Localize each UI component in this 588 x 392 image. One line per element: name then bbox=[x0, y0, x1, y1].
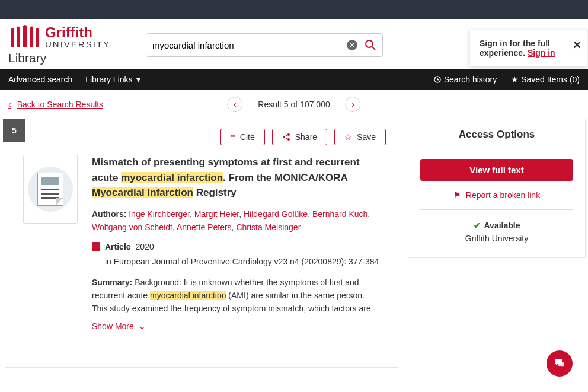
star-outline-icon: ☆ bbox=[344, 132, 352, 142]
article-year: 2020 bbox=[136, 242, 154, 251]
quote-icon: ❝ bbox=[231, 132, 235, 142]
document-icon bbox=[37, 173, 63, 206]
author-link[interactable]: Hildegard Golüke bbox=[244, 209, 308, 219]
brand-sub: UNIVERSITY bbox=[45, 40, 110, 49]
svg-line-7 bbox=[285, 138, 287, 139]
publication-info: in European Journal of Preventive Cardio… bbox=[105, 255, 380, 268]
chat-icon bbox=[553, 357, 566, 370]
record-card: 5 ❝Cite Share ☆Save Mismatch of presenti… bbox=[5, 119, 398, 368]
library-label: Library bbox=[8, 51, 110, 65]
show-more-button[interactable]: Show More⌄ bbox=[92, 321, 380, 331]
check-icon: ✔ bbox=[474, 221, 481, 230]
authors: Authors: Inge Kirchberger, Margit Heier,… bbox=[92, 208, 380, 234]
signin-prompt: Sign in for the full experience. Sign in… bbox=[469, 30, 588, 66]
share-button[interactable]: Share bbox=[272, 129, 327, 145]
author-link[interactable]: Inge Kirchberger bbox=[129, 209, 190, 219]
clear-search-icon[interactable]: ✕ bbox=[347, 40, 357, 50]
top-bar bbox=[0, 0, 588, 19]
article-type-icon bbox=[92, 242, 100, 251]
svg-point-0 bbox=[366, 40, 373, 47]
save-button[interactable]: ☆Save bbox=[334, 129, 386, 145]
history-icon bbox=[433, 75, 442, 84]
chevron-down-icon: ⌄ bbox=[139, 321, 146, 331]
svg-point-5 bbox=[287, 138, 290, 141]
access-options: Access Options View full text ⚑ Report a… bbox=[408, 119, 586, 258]
result-pagination: ‹ Result 5 of 107,000 › bbox=[227, 97, 360, 112]
svg-point-3 bbox=[287, 133, 290, 136]
search-button[interactable] bbox=[365, 39, 376, 51]
thumbnail bbox=[23, 155, 78, 224]
flag-icon: ⚑ bbox=[453, 190, 461, 200]
header: Griffith UNIVERSITY Library ✕ Sign in fo… bbox=[0, 19, 588, 69]
divider bbox=[23, 355, 380, 355]
action-bar: ❝Cite Share ☆Save bbox=[5, 119, 398, 155]
author-link[interactable]: Wolfgang von Scheidt bbox=[92, 222, 172, 232]
next-result-button[interactable]: › bbox=[346, 97, 361, 112]
summary: Summary: Background: It is unknown wheth… bbox=[92, 276, 380, 315]
report-broken-link[interactable]: ⚑ Report a broken link bbox=[420, 190, 573, 200]
prev-result-button[interactable]: ‹ bbox=[227, 97, 242, 112]
article-type: Article bbox=[105, 242, 131, 251]
sidebar: Access Options View full text ⚑ Report a… bbox=[408, 119, 586, 368]
saved-items-link[interactable]: ★Saved Items (0) bbox=[511, 75, 580, 84]
library-links-menu[interactable]: Library Links▾ bbox=[85, 75, 140, 84]
search-input[interactable] bbox=[152, 40, 347, 50]
star-icon: ★ bbox=[511, 75, 519, 84]
signin-link[interactable]: Sign in bbox=[528, 48, 555, 58]
cite-button[interactable]: ❝Cite bbox=[220, 129, 265, 145]
view-full-text-button[interactable]: View full text bbox=[420, 159, 573, 181]
institution: Griffith University bbox=[420, 234, 573, 243]
chevron-left-icon: ‹ bbox=[8, 100, 11, 109]
search-history-link[interactable]: Search history bbox=[433, 75, 497, 84]
svg-line-6 bbox=[285, 135, 287, 137]
article-title: Mismatch of presenting symptoms at first… bbox=[92, 155, 380, 200]
nav-bar: Advanced search Library Links▾ Search hi… bbox=[0, 69, 588, 90]
result-bar: ‹ Back to Search Results ‹ Result 5 of 1… bbox=[0, 90, 588, 119]
access-options-title: Access Options bbox=[420, 129, 573, 149]
article-type-row: Article 2020 bbox=[92, 242, 380, 251]
author-link[interactable]: Bernhard Kuch bbox=[312, 209, 368, 219]
search-box: ✕ bbox=[146, 33, 383, 57]
griffith-logo-icon bbox=[8, 25, 41, 49]
logo[interactable]: Griffith UNIVERSITY Library bbox=[8, 25, 110, 65]
author-link[interactable]: Margit Heier bbox=[194, 209, 239, 219]
result-number-badge: 5 bbox=[3, 119, 25, 142]
share-icon bbox=[282, 133, 290, 141]
search-icon bbox=[365, 39, 376, 51]
close-icon[interactable]: ✕ bbox=[573, 39, 581, 52]
chat-button[interactable] bbox=[547, 350, 573, 377]
author-link[interactable]: Annette Peters bbox=[177, 222, 232, 232]
chevron-down-icon: ▾ bbox=[136, 75, 140, 84]
author-link[interactable]: Christa Meisinger bbox=[236, 222, 301, 232]
result-position: Result 5 of 107,000 bbox=[258, 100, 330, 109]
back-to-results-link[interactable]: ‹ Back to Search Results bbox=[8, 100, 103, 109]
main-content: 5 ❝Cite Share ☆Save Mismatch of presenti… bbox=[0, 119, 588, 380]
svg-line-1 bbox=[372, 47, 375, 50]
brand-name: Griffith bbox=[45, 26, 110, 40]
advanced-search-link[interactable]: Advanced search bbox=[8, 75, 72, 84]
availability: ✔Available Griffith University bbox=[420, 209, 573, 243]
